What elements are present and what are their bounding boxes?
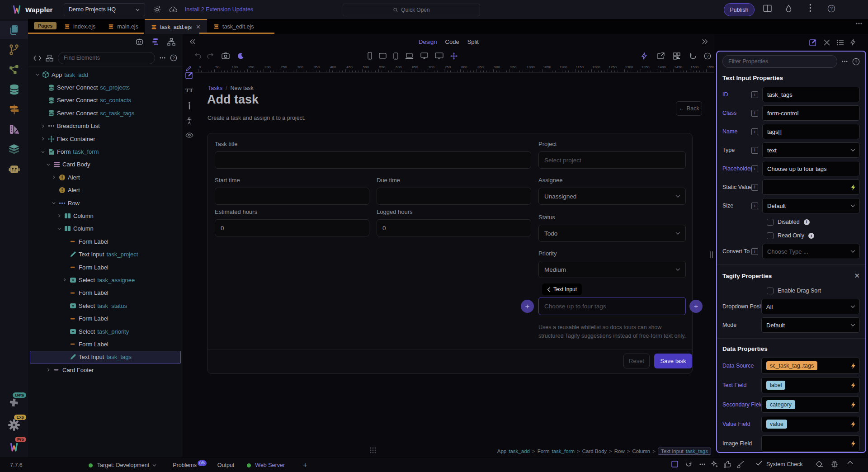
target-selector[interactable]: Target: Development (97, 462, 149, 468)
prop-input-name[interactable]: tags[] (762, 124, 860, 139)
chevron-open-icon[interactable] (56, 227, 62, 231)
file-tab-main-ejs[interactable]: main.ejs (102, 19, 145, 34)
prop-tag-image-field[interactable] (761, 435, 860, 452)
sitemap-icon[interactable] (167, 38, 175, 46)
tree-item-breadcrumb-list[interactable]: Breadcrumb List (30, 120, 181, 132)
path-segment-column[interactable]: Column (632, 448, 651, 454)
edit-props-icon[interactable] (809, 38, 817, 46)
prop-tag-text-field[interactable]: label (761, 377, 860, 393)
close-icon[interactable]: ✕ (854, 272, 860, 280)
prop-input-class[interactable]: form-control (762, 105, 860, 121)
breadcrumb-tasks-link[interactable]: Tasks (208, 85, 222, 91)
tree-item-alert[interactable]: Alert (30, 171, 181, 184)
task-title-input[interactable] (215, 151, 531, 169)
split-panel-icon[interactable] (763, 5, 772, 12)
rail-workflows-icon[interactable] (0, 61, 28, 79)
tablet-icon[interactable] (379, 53, 387, 59)
find-elements-input[interactable]: Find Elements (58, 52, 155, 64)
monitor-icon[interactable] (435, 52, 443, 59)
tree-item-task_add[interactable]: Apptask_add (30, 68, 181, 81)
priority-select[interactable]: Medium (538, 261, 686, 278)
back-button[interactable]: ← Back (676, 101, 702, 116)
insert-before-button[interactable]: + (521, 300, 534, 313)
tree-item-sc_task_tags[interactable]: Server Connectsc_task_tags (30, 107, 181, 119)
estimated-hours-input[interactable]: 0 (215, 219, 369, 236)
chevron-closed-icon[interactable] (40, 124, 46, 128)
dynamic-data-bolt-icon[interactable] (642, 52, 647, 60)
selection-square-icon[interactable] (671, 461, 678, 467)
rail-ai-robot-icon[interactable] (0, 160, 28, 178)
prop-tag-value-field[interactable]: value (761, 416, 860, 432)
dynamic-bolt-icon[interactable] (850, 401, 856, 408)
chevron-closed-icon[interactable] (51, 175, 57, 179)
cloud-download-icon[interactable] (169, 6, 178, 14)
tree-item-task_form[interactable]: Formtask_form (30, 145, 181, 158)
path-segment-task_form[interactable]: Formtask_form (538, 448, 575, 454)
binding-chip[interactable]: label (766, 381, 785, 390)
tree-item-row[interactable]: Row (30, 197, 181, 209)
chevron-closed-icon[interactable] (40, 137, 46, 141)
tab-split[interactable]: Split (467, 38, 479, 45)
settings-gear-icon[interactable] (153, 6, 161, 14)
rail-routing-icon[interactable] (0, 100, 28, 118)
bolt-icon[interactable] (850, 39, 855, 46)
binding-chip[interactable]: value (766, 420, 787, 429)
tree-item-column[interactable]: Column (30, 209, 181, 222)
checkbox[interactable] (767, 232, 774, 239)
system-check-button[interactable]: System Check (766, 461, 803, 467)
ai-robot-icon[interactable] (135, 38, 144, 46)
checkbox[interactable] (767, 288, 774, 294)
bug-icon[interactable] (831, 461, 838, 468)
thumbs-up-icon[interactable] (724, 461, 731, 468)
info-tool-icon[interactable] (188, 102, 191, 109)
tree-item-alert[interactable]: Alert (30, 184, 181, 197)
path-segment-row[interactable]: Row (614, 448, 625, 454)
tags-input-selected[interactable]: Choose up to four tags (538, 297, 686, 315)
dynamic-bolt-icon[interactable] (850, 440, 856, 447)
code-icon[interactable] (33, 55, 41, 61)
close-icon[interactable]: ✕ (196, 24, 201, 30)
tree-item-task_tags[interactable]: Text Inputtask_tags (30, 351, 181, 363)
chevron-closed-icon[interactable] (56, 213, 62, 218)
save-task-button[interactable]: Save task (654, 354, 692, 368)
insert-after-button[interactable]: + (689, 300, 703, 313)
tree-item-sc_projects[interactable]: Server Connectsc_projects (30, 81, 181, 94)
tree-item-form-label[interactable]: Form Label (30, 287, 181, 299)
laptop-icon[interactable] (405, 53, 414, 59)
prop-input-placeholder[interactable]: Choose up to four tags (762, 161, 860, 176)
rail-database-icon[interactable] (0, 80, 28, 99)
path-segment-task_add[interactable]: Apptask_add (497, 448, 530, 454)
due-time-input[interactable] (377, 188, 531, 205)
chevron-open-icon[interactable] (34, 72, 41, 77)
tree-item-card-footer[interactable]: Card Footer (30, 363, 181, 376)
tree-item-task_assignee[interactable]: Selecttask_assignee (30, 274, 181, 286)
accessibility-icon[interactable] (186, 117, 193, 125)
desktop-icon[interactable] (420, 52, 428, 59)
assignee-select[interactable]: Unassigned (538, 188, 686, 205)
tree-item-card-body[interactable]: Card Body (30, 158, 181, 171)
rail-settings-gear-icon[interactable]: Exp (0, 415, 28, 435)
unlink-icon[interactable] (823, 39, 830, 46)
prop-select-size[interactable]: Default (762, 198, 860, 213)
web-server-button[interactable]: Web Server (255, 462, 285, 468)
chevron-open-icon[interactable] (51, 201, 57, 205)
tree-item-column[interactable]: Column (30, 222, 181, 235)
pages-badge[interactable]: Pages (34, 22, 57, 29)
rail-styles-icon[interactable] (0, 120, 28, 138)
dynamic-bolt-icon[interactable] (850, 363, 856, 369)
reload-icon[interactable] (685, 461, 692, 468)
more-icon[interactable] (160, 57, 165, 59)
brush-icon[interactable] (737, 461, 745, 468)
problems-button[interactable]: Problems (173, 462, 197, 468)
tree-item-form-label[interactable]: Form Label (30, 235, 181, 248)
logged-hours-input[interactable]: 0 (377, 219, 531, 236)
filter-properties-input[interactable]: Filter Properties (722, 55, 837, 68)
file-tab-task_edit-ejs[interactable]: task_edit.ejs (207, 19, 260, 34)
add-panel-icon[interactable]: + (303, 461, 307, 470)
chevron-closed-icon[interactable] (45, 368, 52, 372)
prop-select-type[interactable]: text (762, 142, 860, 158)
path-segment-task_tags[interactable]: Text Inputtask_tags (658, 448, 711, 455)
publish-button[interactable]: Publish (724, 3, 755, 16)
prop-select-mode[interactable]: Default (761, 317, 860, 333)
collapse-up-icon[interactable] (847, 461, 853, 464)
